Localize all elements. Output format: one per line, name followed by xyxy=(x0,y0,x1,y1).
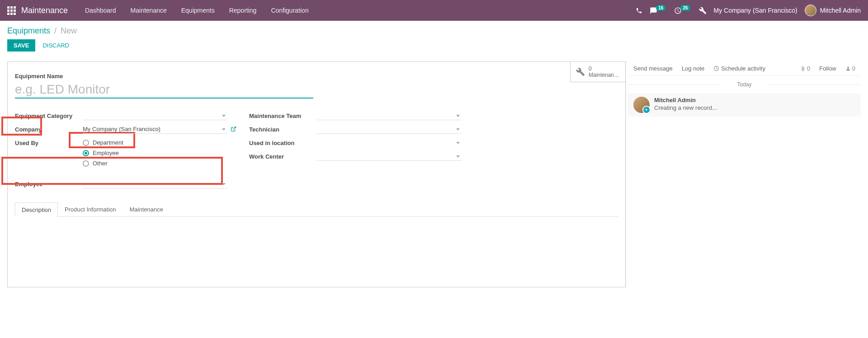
followers-button[interactable]: 0 xyxy=(845,65,855,72)
form-sheet: 0 Maintenan… Equipment Name Equipment Ca… xyxy=(7,61,626,287)
company-input[interactable]: My Company (San Francisco) xyxy=(83,125,227,134)
equipment-name-label: Equipment Name xyxy=(15,73,618,80)
discard-button[interactable]: DISCARD xyxy=(39,39,73,52)
location-label: Used in location xyxy=(249,138,317,146)
follow-button[interactable]: Follow xyxy=(819,65,836,72)
breadcrumb-root[interactable]: Equipments xyxy=(7,26,50,35)
breadcrumb-bar: Equipments / New SAVE DISCARD xyxy=(0,21,868,54)
radio-employee[interactable]: Employee xyxy=(83,150,227,156)
highlight-used-by xyxy=(1,117,42,136)
nav-reporting[interactable]: Reporting xyxy=(223,3,263,18)
tabs: Description Product Information Maintena… xyxy=(15,202,618,217)
today-separator: Today xyxy=(628,76,861,93)
messages-badge: 16 xyxy=(656,5,665,11)
used-by-radios: Department Employee Other xyxy=(83,138,227,167)
activities-badge: 26 xyxy=(680,5,690,11)
send-message-button[interactable]: Send message xyxy=(633,65,673,72)
breadcrumb: Equipments / New xyxy=(7,26,861,36)
breadcrumb-sep: / xyxy=(54,26,57,35)
technician-input[interactable] xyxy=(317,125,462,134)
workcenter-input[interactable] xyxy=(317,152,462,161)
message-item: Mitchell Admin Creating a new record... xyxy=(628,93,861,117)
tab-description[interactable]: Description xyxy=(15,202,58,217)
module-brand[interactable]: Maintenance xyxy=(21,6,68,15)
breadcrumb-current: New xyxy=(61,26,77,35)
phone-icon[interactable] xyxy=(636,7,642,14)
activities-icon[interactable]: 26 xyxy=(674,7,691,14)
form-body: Equipment Name Equipment Category Compan… xyxy=(8,62,625,224)
debug-icon[interactable] xyxy=(699,7,707,14)
attachments-button[interactable]: 0 xyxy=(800,65,810,72)
nav-menu: Dashboard Maintenance Equipments Reporti… xyxy=(79,3,636,18)
svg-line-0 xyxy=(233,127,236,130)
right-column: Maintenance Team Technician Used in loca… xyxy=(249,111,462,193)
category-input[interactable] xyxy=(83,111,227,120)
equipment-name-input[interactable] xyxy=(15,81,313,99)
nav-dashboard[interactable]: Dashboard xyxy=(79,3,123,18)
form-actions: SAVE DISCARD xyxy=(7,39,861,52)
save-button[interactable]: SAVE xyxy=(7,39,35,52)
nav-equipments[interactable]: Equipments xyxy=(175,3,221,18)
external-link-icon[interactable] xyxy=(231,126,236,132)
user-name: Mitchell Admin xyxy=(820,7,861,14)
avatar-icon xyxy=(805,5,816,16)
workcenter-label: Work Center xyxy=(249,152,317,160)
radio-department[interactable]: Department xyxy=(83,139,227,146)
apps-icon[interactable] xyxy=(7,6,16,15)
technician-label: Technician xyxy=(249,125,317,133)
nav-maintenance[interactable]: Maintenance xyxy=(124,3,173,18)
employee-input[interactable] xyxy=(83,179,227,188)
main-area: 0 Maintenan… Equipment Name Equipment Ca… xyxy=(0,58,868,291)
nav-right: 16 26 My Company (San Francisco) Mitchel… xyxy=(636,5,861,16)
tab-maintenance[interactable]: Maintenance xyxy=(123,202,170,216)
radio-other[interactable]: Other xyxy=(83,160,227,167)
location-input[interactable] xyxy=(317,138,462,147)
team-input[interactable] xyxy=(317,111,462,120)
schedule-activity-button[interactable]: Schedule activity xyxy=(713,65,765,72)
msg-author: Mitchell Admin xyxy=(654,97,717,103)
log-note-button[interactable]: Log note xyxy=(682,65,705,72)
nav-configuration[interactable]: Configuration xyxy=(264,3,315,18)
field-columns: Equipment Category Company My Company (S… xyxy=(15,111,618,193)
user-menu[interactable]: Mitchell Admin xyxy=(805,5,861,16)
chatter-header: Send message Log note Schedule activity … xyxy=(628,61,861,76)
msg-text: Creating a new record... xyxy=(654,104,717,111)
team-label: Maintenance Team xyxy=(249,111,317,119)
chatter: Send message Log note Schedule activity … xyxy=(626,61,861,287)
top-nav-bar: Maintenance Dashboard Maintenance Equipm… xyxy=(0,0,868,21)
tab-product-info[interactable]: Product Information xyxy=(58,202,123,216)
messages-icon[interactable]: 16 xyxy=(650,7,667,14)
msg-avatar-icon xyxy=(633,97,650,113)
company-switcher[interactable]: My Company (San Francisco) xyxy=(714,7,797,14)
